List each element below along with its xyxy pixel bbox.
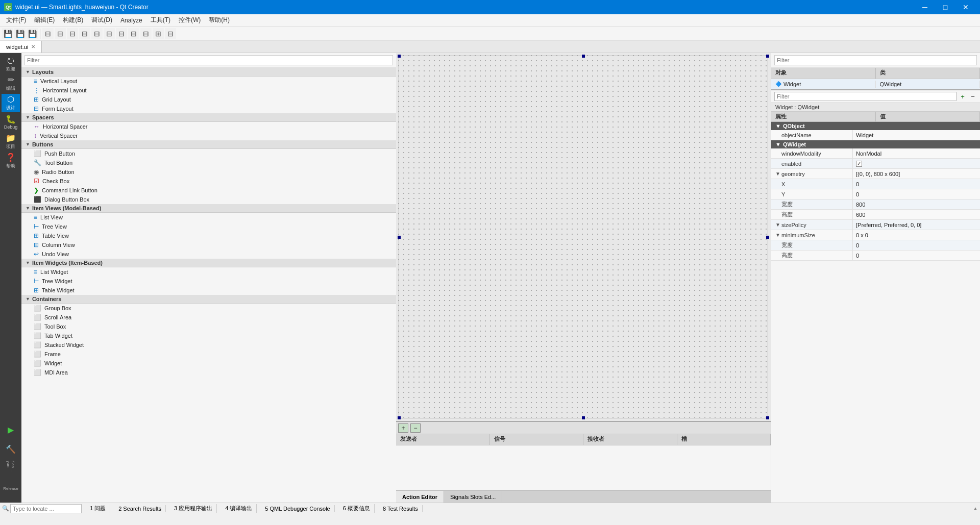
welcome-btn[interactable]: ⭮ 欢迎 xyxy=(2,55,20,73)
toolbar-align8[interactable]: ⊟ xyxy=(128,28,139,39)
signals-slots-tab[interactable]: Signals Slots Ed... xyxy=(444,491,502,503)
widget-dialog-button-box[interactable]: ⬛ Dialog Button Box xyxy=(21,195,396,204)
widget-tool-box[interactable]: ⬜ Tool Box xyxy=(21,322,396,331)
prop-value-geometry[interactable]: [(0, 0), 800 x 600] xyxy=(853,169,980,179)
toolbar-save3[interactable]: 💾 xyxy=(27,28,38,39)
prop-value-minwidth[interactable]: 0 xyxy=(853,240,980,250)
menu-edit[interactable]: 编辑(E) xyxy=(30,15,59,26)
prop-min-button[interactable]: − xyxy=(969,92,977,101)
toolbar-extra[interactable]: ⊟ xyxy=(165,28,176,39)
status-test-results[interactable]: 8 Test Results xyxy=(379,505,423,512)
action-editor-tab[interactable]: Action Editor xyxy=(396,491,444,503)
prop-value-y[interactable]: 0 xyxy=(853,189,980,199)
obj-filter-input[interactable] xyxy=(774,55,977,65)
widget-frame[interactable]: ⬜ Frame xyxy=(21,349,396,359)
menu-build[interactable]: 构建(B) xyxy=(59,15,87,26)
widget-check-box[interactable]: ☑ Check Box xyxy=(21,177,396,186)
prop-value-sizepolicy[interactable]: [Preferred, Preferred, 0, 0] xyxy=(853,220,980,230)
widget-filter-input[interactable] xyxy=(24,55,393,65)
status-search-input[interactable] xyxy=(10,504,82,513)
widget-list-view[interactable]: ≡ List View xyxy=(21,213,396,222)
signal-remove-btn[interactable]: − xyxy=(410,423,421,433)
debug-btn[interactable]: 🐛 Debug xyxy=(2,113,20,132)
project-btn[interactable]: 📁 项目 xyxy=(2,133,20,151)
prop-section-qwidget[interactable]: ▼ QWidget xyxy=(771,140,980,148)
toolbar-align7[interactable]: ⊟ xyxy=(116,28,127,39)
prop-value-x[interactable]: 0 xyxy=(853,179,980,189)
status-issues[interactable]: 1 问题 xyxy=(86,504,110,513)
widget-widget[interactable]: ⬜ Widget xyxy=(21,359,396,368)
widget-horizontal-layout[interactable]: ⋮ Horizontal Layout xyxy=(21,86,396,95)
toolbar-align2[interactable]: ⊟ xyxy=(55,28,66,39)
handle-bl[interactable] xyxy=(398,416,401,419)
minimize-button[interactable]: ─ xyxy=(915,0,935,14)
prop-value-windowmodality[interactable]: NonModal xyxy=(853,148,980,158)
sizepolicy-expand[interactable]: ▼ xyxy=(775,222,780,228)
category-layouts[interactable]: ▼ Layouts xyxy=(21,68,396,77)
status-search-results[interactable]: 2 Search Results xyxy=(114,505,166,512)
minimumsize-expand[interactable]: ▼ xyxy=(775,232,780,238)
handle-br[interactable] xyxy=(766,416,769,419)
prop-value-minheight[interactable]: 0 xyxy=(853,251,980,260)
toolbar-align4[interactable]: ⊟ xyxy=(79,28,90,39)
widget-vertical-spacer[interactable]: ↕ Vertical Spacer xyxy=(21,131,396,140)
widget-group-box[interactable]: ⬜ Group Box xyxy=(21,304,396,313)
widget-table-widget[interactable]: ⊞ Table Widget xyxy=(21,286,396,295)
prop-section-qobject[interactable]: ▼ QObject xyxy=(771,122,980,130)
prop-add-button[interactable]: + xyxy=(959,92,967,101)
handle-tl[interactable] xyxy=(398,55,401,58)
widget-column-view[interactable]: ⊟ Column View xyxy=(21,240,396,249)
category-buttons[interactable]: ▼ Buttons xyxy=(21,140,396,149)
menu-help[interactable]: 帮助(H) xyxy=(205,15,234,26)
status-compile-output[interactable]: 4 编译输出 xyxy=(221,504,257,513)
geometry-expand[interactable]: ▼ xyxy=(775,171,780,177)
widget-grid-layout[interactable]: ⊞ Grid Layout xyxy=(21,95,396,104)
handle-ml[interactable] xyxy=(398,236,401,239)
widget-radio-button[interactable]: ◉ Radio Button xyxy=(21,167,396,177)
toolbar-align6[interactable]: ⊟ xyxy=(104,28,115,39)
menu-widgets[interactable]: 控件(W) xyxy=(175,15,205,26)
obj-row-widget[interactable]: 🔷 Widget QWidget xyxy=(771,79,980,89)
widget-scroll-area[interactable]: ⬜ Scroll Area xyxy=(21,313,396,322)
toolbar-grid[interactable]: ⊞ xyxy=(153,28,164,39)
category-spacers[interactable]: ▼ Spacers xyxy=(21,113,396,122)
maximize-button[interactable]: □ xyxy=(935,0,955,14)
widget-undo-view[interactable]: ↩ Undo View xyxy=(21,249,396,259)
design-canvas[interactable] xyxy=(396,53,771,421)
prop-value-minimumsize[interactable]: 0 x 0 xyxy=(853,230,980,240)
widget-list-widget[interactable]: ≡ List Widget xyxy=(21,267,396,277)
run-btn[interactable]: ▶ xyxy=(2,421,20,439)
canvas-widget[interactable] xyxy=(399,56,768,418)
menu-analyze[interactable]: Analyze xyxy=(116,16,146,25)
tab-widget-ui[interactable]: widget.ui ✕ xyxy=(0,41,42,53)
widget-push-button[interactable]: ⬜ Push Button xyxy=(21,149,396,158)
toolbar-align9[interactable]: ⊟ xyxy=(140,28,152,39)
prop-value-objectname[interactable]: Widget xyxy=(853,130,980,140)
widget-stacked-widget[interactable]: ⬜ Stacked Widget xyxy=(21,340,396,349)
prop-value-enabled[interactable]: ✓ xyxy=(853,159,980,168)
handle-tr[interactable] xyxy=(766,55,769,58)
toolbar-align5[interactable]: ⊟ xyxy=(91,28,103,39)
handle-tc[interactable] xyxy=(582,55,585,58)
release-label-btn[interactable]: Release xyxy=(2,479,20,497)
prop-value-width[interactable]: 800 xyxy=(853,199,980,209)
help-btn[interactable]: ❓ 帮助 xyxy=(2,152,20,170)
widget-vertical-layout[interactable]: ≡ Vertical Layout xyxy=(21,77,396,86)
handle-bc[interactable] xyxy=(582,416,585,419)
widget-tree-widget[interactable]: ⊢ Tree Widget xyxy=(21,277,396,286)
toolbar-save2[interactable]: 💾 xyxy=(14,28,26,39)
widget-tree-view[interactable]: ⊢ Tree View xyxy=(21,222,396,231)
close-button[interactable]: ✕ xyxy=(955,0,976,14)
menu-debug[interactable]: 调试(D) xyxy=(87,15,116,26)
release-btn[interactable]: Saa…yun xyxy=(2,460,20,478)
category-item-views[interactable]: ▼ Item Views (Model-Based) xyxy=(21,204,396,213)
toolbar-align1[interactable]: ⊟ xyxy=(42,28,54,39)
category-containers[interactable]: ▼ Containers xyxy=(21,295,396,304)
handle-mr[interactable] xyxy=(766,236,769,239)
menu-file[interactable]: 文件(F) xyxy=(2,15,30,26)
toolbar-align3[interactable]: ⊟ xyxy=(67,28,78,39)
widget-command-link[interactable]: ❯ Command Link Button xyxy=(21,186,396,195)
widget-mdi-area[interactable]: ⬜ MDI Area xyxy=(21,368,396,377)
status-general-info[interactable]: 6 概要信息 xyxy=(339,504,375,513)
widget-table-view[interactable]: ⊞ Table View xyxy=(21,231,396,240)
